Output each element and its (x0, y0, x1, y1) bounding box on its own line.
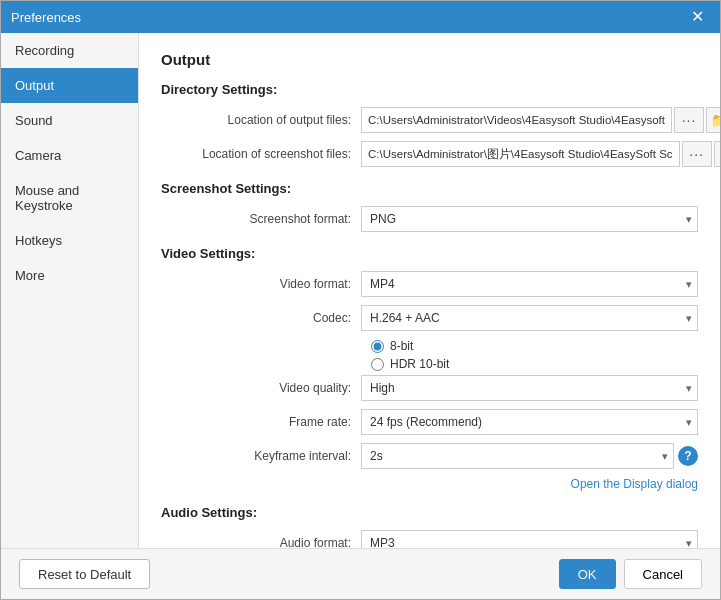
frame-rate-row: Frame rate: 24 fps (Recommend) 30 fps 60… (161, 409, 698, 435)
sidebar-item-camera[interactable]: Camera (1, 138, 138, 173)
hdr-radio[interactable] (371, 358, 384, 371)
sidebar: Recording Output Sound Camera Mouse and … (1, 33, 139, 548)
codec-label: Codec: (161, 311, 361, 325)
frame-rate-select[interactable]: 24 fps (Recommend) 30 fps 60 fps 15 fps (361, 409, 698, 435)
footer-right: OK Cancel (559, 559, 702, 589)
output-files-label: Location of output files: (161, 113, 361, 127)
keyframe-row: Keyframe interval: 2s 1s 4s 6s ▾ ? (161, 443, 698, 469)
window-title: Preferences (11, 10, 81, 25)
frame-rate-label: Frame rate: (161, 415, 361, 429)
reset-button[interactable]: Reset to Default (19, 559, 150, 589)
keyframe-inner: 2s 1s 4s 6s ▾ ? (361, 443, 698, 469)
screenshot-files-label: Location of screenshot files: (161, 147, 361, 161)
page-title: Output (161, 51, 698, 68)
sidebar-item-output[interactable]: Output (1, 68, 138, 103)
codec-select[interactable]: H.264 + AAC H.265 + AAC VP9 (361, 305, 698, 331)
video-format-control: MP4 MOV AVI MKV WMV ▾ (361, 271, 698, 297)
audio-format-wrapper: MP3 AAC WAV FLAC ▾ (361, 530, 698, 548)
screenshot-files-dots-button[interactable]: ··· (682, 141, 712, 167)
sidebar-item-recording[interactable]: Recording (1, 33, 138, 68)
codec-control: H.264 + AAC H.265 + AAC VP9 ▾ (361, 305, 698, 331)
output-files-path: C:\Users\Administrator\Videos\4Easysoft … (361, 107, 672, 133)
screenshot-format-row: Screenshot format: PNG JPG BMP GIF TIFF … (161, 206, 698, 232)
title-bar: Preferences ✕ (1, 1, 720, 33)
video-format-label: Video format: (161, 277, 361, 291)
video-quality-label: Video quality: (161, 381, 361, 395)
audio-section-title: Audio Settings: (161, 505, 698, 520)
screenshot-format-select[interactable]: PNG JPG BMP GIF TIFF (361, 206, 698, 232)
frame-rate-wrapper: 24 fps (Recommend) 30 fps 60 fps 15 fps … (361, 409, 698, 435)
screenshot-format-label: Screenshot format: (161, 212, 361, 226)
audio-format-label: Audio format: (161, 536, 361, 548)
footer: Reset to Default OK Cancel (1, 548, 720, 599)
codec-wrapper: H.264 + AAC H.265 + AAC VP9 ▾ (361, 305, 698, 331)
ok-button[interactable]: OK (559, 559, 616, 589)
video-format-row: Video format: MP4 MOV AVI MKV WMV ▾ (161, 271, 698, 297)
open-display-link[interactable]: Open the Display dialog (161, 477, 698, 491)
screenshot-format-wrapper: PNG JPG BMP GIF TIFF ▾ (361, 206, 698, 232)
sidebar-item-more[interactable]: More (1, 258, 138, 293)
audio-format-select[interactable]: MP3 AAC WAV FLAC (361, 530, 698, 548)
keyframe-control: 2s 1s 4s 6s ▾ ? (361, 443, 698, 469)
video-quality-select[interactable]: High Medium Low Lossless (361, 375, 698, 401)
sidebar-item-hotkeys[interactable]: Hotkeys (1, 223, 138, 258)
video-format-wrapper: MP4 MOV AVI MKV WMV ▾ (361, 271, 698, 297)
video-format-select[interactable]: MP4 MOV AVI MKV WMV (361, 271, 698, 297)
screenshot-files-control: C:\Users\Administrator\图片\4Easysoft Stud… (361, 141, 720, 167)
directory-section-title: Directory Settings: (161, 82, 698, 97)
preferences-window: Preferences ✕ Recording Output Sound Cam… (0, 0, 721, 600)
audio-format-row: Audio format: MP3 AAC WAV FLAC ▾ (161, 530, 698, 548)
screenshot-section-title: Screenshot Settings: (161, 181, 698, 196)
output-files-folder-button[interactable]: 📁 (706, 107, 720, 133)
video-section-title: Video Settings: (161, 246, 698, 261)
hdr-row: HDR 10-bit (371, 357, 698, 371)
sidebar-item-sound[interactable]: Sound (1, 103, 138, 138)
bit8-label[interactable]: 8-bit (390, 339, 413, 353)
output-files-row: Location of output files: C:\Users\Admin… (161, 107, 698, 133)
bit8-radio[interactable] (371, 340, 384, 353)
main-panel: Output Directory Settings: Location of o… (139, 33, 720, 548)
sidebar-item-mouse-keystroke[interactable]: Mouse and Keystroke (1, 173, 138, 223)
keyframe-wrapper: 2s 1s 4s 6s ▾ (361, 443, 674, 469)
output-files-dots-button[interactable]: ··· (674, 107, 704, 133)
keyframe-select[interactable]: 2s 1s 4s 6s (361, 443, 674, 469)
content-area: Recording Output Sound Camera Mouse and … (1, 33, 720, 548)
keyframe-label: Keyframe interval: (161, 449, 361, 463)
video-quality-row: Video quality: High Medium Low Lossless … (161, 375, 698, 401)
frame-rate-control: 24 fps (Recommend) 30 fps 60 fps 15 fps … (361, 409, 698, 435)
hdr-label[interactable]: HDR 10-bit (390, 357, 449, 371)
close-button[interactable]: ✕ (685, 7, 710, 27)
codec-row: Codec: H.264 + AAC H.265 + AAC VP9 ▾ (161, 305, 698, 331)
video-quality-wrapper: High Medium Low Lossless ▾ (361, 375, 698, 401)
screenshot-files-row: Location of screenshot files: C:\Users\A… (161, 141, 698, 167)
keyframe-help-button[interactable]: ? (678, 446, 698, 466)
output-files-control: C:\Users\Administrator\Videos\4Easysoft … (361, 107, 720, 133)
screenshot-format-control: PNG JPG BMP GIF TIFF ▾ (361, 206, 698, 232)
cancel-button[interactable]: Cancel (624, 559, 702, 589)
video-quality-control: High Medium Low Lossless ▾ (361, 375, 698, 401)
audio-format-control: MP3 AAC WAV FLAC ▾ (361, 530, 698, 548)
screenshot-files-folder-button[interactable]: 📁 (714, 141, 720, 167)
bit8-row: 8-bit (371, 339, 698, 353)
screenshot-files-path: C:\Users\Administrator\图片\4Easysoft Stud… (361, 141, 680, 167)
